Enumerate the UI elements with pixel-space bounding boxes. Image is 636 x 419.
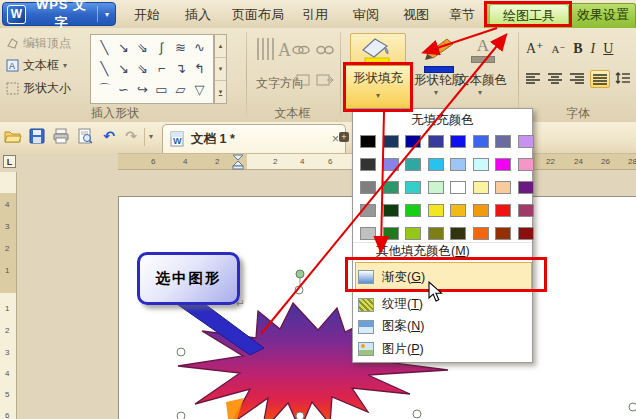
color-swatch[interactable] bbox=[383, 135, 399, 148]
color-swatch[interactable] bbox=[450, 181, 466, 194]
callout-selected-shape[interactable]: 选中图形 bbox=[137, 252, 240, 305]
color-swatch[interactable] bbox=[405, 158, 421, 171]
annotation-box-shape-fill bbox=[343, 62, 413, 112]
color-swatch[interactable] bbox=[473, 204, 489, 217]
color-swatch[interactable] bbox=[473, 227, 489, 240]
color-swatch[interactable] bbox=[405, 135, 421, 148]
color-palette bbox=[360, 135, 534, 240]
color-swatch[interactable] bbox=[428, 158, 444, 171]
color-swatch[interactable] bbox=[450, 227, 466, 240]
color-swatch[interactable] bbox=[450, 204, 466, 217]
color-swatch[interactable] bbox=[428, 181, 444, 194]
color-swatch[interactable] bbox=[405, 227, 421, 240]
color-swatch[interactable] bbox=[518, 158, 534, 171]
color-swatch[interactable] bbox=[450, 158, 466, 171]
color-swatch[interactable] bbox=[518, 227, 534, 240]
color-swatch[interactable] bbox=[360, 158, 376, 171]
menu-item-picture[interactable]: 图片(P) bbox=[353, 338, 532, 360]
color-swatch[interactable] bbox=[360, 227, 376, 240]
color-swatch[interactable] bbox=[428, 135, 444, 148]
color-swatch[interactable] bbox=[473, 135, 489, 148]
texture-icon bbox=[358, 298, 374, 312]
color-swatch[interactable] bbox=[495, 158, 511, 171]
color-swatch[interactable] bbox=[405, 204, 421, 217]
color-swatch[interactable] bbox=[495, 135, 511, 148]
color-swatch[interactable] bbox=[360, 204, 376, 217]
mouse-cursor bbox=[428, 281, 443, 303]
color-swatch[interactable] bbox=[450, 135, 466, 148]
shape-fill-menu: 无填充颜色 其他填充颜色(M) 渐变(G) 纹理(T) 图案(N) 图片(P) bbox=[352, 108, 533, 363]
callout-text: 选中图形 bbox=[156, 269, 222, 288]
color-swatch[interactable] bbox=[518, 135, 534, 148]
color-swatch[interactable] bbox=[383, 204, 399, 217]
color-swatch[interactable] bbox=[405, 181, 421, 194]
color-swatch[interactable] bbox=[495, 181, 511, 194]
wps-writer-window: W WPS 文字 ▾ 开始 插入 页面布局 引用 审阅 视图 章节 绘图工具 效… bbox=[0, 0, 636, 419]
color-swatch[interactable] bbox=[383, 181, 399, 194]
color-swatch[interactable] bbox=[473, 158, 489, 171]
color-swatch[interactable] bbox=[428, 227, 444, 240]
annotation-box-gradient bbox=[345, 257, 547, 292]
annotation-box-drawing-tools bbox=[484, 1, 572, 27]
color-swatch[interactable] bbox=[428, 204, 444, 217]
color-swatch[interactable] bbox=[383, 227, 399, 240]
callout-tail bbox=[174, 302, 264, 355]
color-swatch[interactable] bbox=[360, 135, 376, 148]
menu-item-no-fill[interactable]: 无填充颜色 bbox=[353, 112, 532, 129]
color-swatch[interactable] bbox=[518, 204, 534, 217]
color-swatch[interactable] bbox=[473, 181, 489, 194]
menu-item-pattern[interactable]: 图案(N) bbox=[353, 316, 532, 337]
picture-icon bbox=[358, 342, 374, 356]
color-swatch[interactable] bbox=[495, 227, 511, 240]
color-swatch[interactable] bbox=[495, 204, 511, 217]
color-swatch[interactable] bbox=[518, 181, 534, 194]
color-swatch[interactable] bbox=[360, 181, 376, 194]
pattern-icon bbox=[358, 320, 374, 334]
rotation-handle[interactable] bbox=[296, 270, 304, 278]
shapes-layer bbox=[0, 0, 636, 419]
color-swatch[interactable] bbox=[383, 158, 399, 171]
